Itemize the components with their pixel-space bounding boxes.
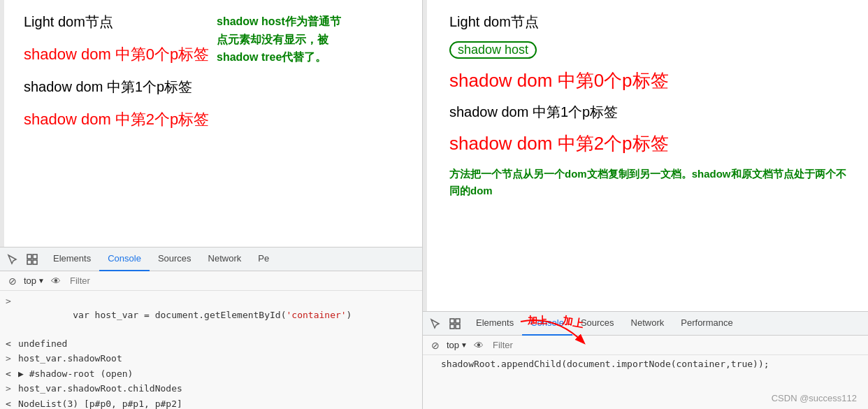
shadow-host-badge: shadow host — [449, 41, 851, 69]
prompt-5: > — [6, 382, 15, 396]
clear-console-btn[interactable]: ⊘ — [6, 274, 20, 288]
devtools-tabs-left: Elements Console Sources Network Pe — [0, 247, 422, 271]
left-line4: shadow dom 中第2个p标签 — [24, 109, 408, 130]
console-line-1: > var host_var = document.getElementById… — [0, 294, 422, 336]
top-selector-right[interactable]: top ▼ — [447, 340, 468, 350]
cursor-icon — [6, 252, 20, 266]
console-text-3: host_var.shadowRoot — [18, 352, 122, 366]
prompt-2: < — [6, 337, 15, 351]
dropdown-arrow-icon-right: ▼ — [461, 341, 468, 349]
tab-network-left[interactable]: Network — [200, 247, 250, 271]
left-line3: shadow dom 中第1个p标签 — [24, 78, 408, 96]
tab-sources-left[interactable]: Sources — [150, 247, 200, 271]
left-line2: shadow dom 中第0个p标签 — [24, 44, 408, 65]
svg-rect-6 — [450, 324, 454, 329]
tab-pe-left[interactable]: Pe — [249, 247, 277, 271]
clear-console-btn-right[interactable]: ⊘ — [428, 338, 442, 352]
tab-elements-left[interactable]: Elements — [45, 247, 99, 271]
console-text-5: host_var.shadowRoot.childNodes — [18, 382, 182, 396]
inspector-icon[interactable] — [25, 252, 39, 266]
filter-input-left[interactable] — [70, 275, 187, 286]
tab-performance-right[interactable]: Performance — [672, 312, 741, 336]
svg-rect-3 — [33, 260, 37, 264]
console-text-6: NodeList(3) [p#p0, p#p1, p#p2] — [18, 397, 182, 410]
right-vertical-bar — [423, 0, 427, 311]
svg-rect-5 — [456, 319, 460, 323]
svg-rect-0 — [27, 254, 31, 259]
left-line1: Light dom节点 — [24, 13, 408, 31]
right-annotation: 方法把一个节点从另一个dom文档复制到另一文档。shadow和原文档节点处于两个… — [449, 166, 851, 199]
console-line-6: < NodeList(3) [p#p0, p#p1, p#p2] — [0, 396, 422, 410]
right-content: Light dom节点 shadow host shadow dom 中第0个p… — [423, 0, 868, 311]
devtools-left: Elements Console Sources Network Pe ⊘ to… — [0, 247, 422, 409]
console-line-2: < undefined — [0, 336, 422, 352]
console-text-2: undefined — [18, 337, 67, 351]
prompt-3: > — [6, 352, 15, 366]
top-selector[interactable]: top ▼ — [24, 275, 45, 286]
prompt-1: > — [6, 294, 15, 308]
right-line4: shadow dom 中第2个p标签 — [449, 131, 851, 156]
inspector-icon-right[interactable] — [448, 317, 462, 331]
right-line2: shadow dom 中第0个p标签 — [449, 69, 851, 93]
right-panel: Light dom节点 shadow host shadow dom 中第0个p… — [423, 0, 868, 409]
console-line-5: > host_var.shadowRoot.childNodes — [0, 381, 422, 396]
prompt-4: < — [6, 367, 15, 381]
console-content-left: > var host_var = document.getElementById… — [0, 291, 422, 409]
console-text-4: ▶ #shadow-root (open) — [18, 367, 133, 381]
console-text-1: var host_var = document.getElementById('… — [18, 294, 352, 336]
tab-console-left[interactable]: Console — [99, 247, 150, 271]
left-annotation: shadow host作为普通节点元素却没有显示，被shadow tree代替了… — [217, 13, 346, 66]
eye-icon-right[interactable]: 👁 — [472, 338, 486, 352]
console-line-right-1: shadowRoot.appendChild(document.importNo… — [423, 357, 868, 372]
right-line1: Light dom节点 — [449, 13, 851, 31]
svg-rect-1 — [33, 254, 37, 259]
svg-rect-4 — [450, 319, 454, 323]
devtools-toolbar-right: ⊘ top ▼ 👁 加上 加上 — [423, 336, 868, 355]
right-line3: shadow dom 中第1个p标签 — [449, 103, 851, 122]
svg-rect-2 — [27, 260, 31, 264]
watermark: CSDN @success112 — [772, 393, 857, 403]
dropdown-arrow-icon: ▼ — [38, 277, 45, 285]
console-text-right-1: shadowRoot.appendChild(document.importNo… — [441, 357, 769, 371]
svg-rect-7 — [456, 324, 460, 329]
left-content: Light dom节点 shadow dom 中第0个p标签 shadow do… — [0, 0, 422, 247]
console-line-3: > host_var.shadowRoot — [0, 351, 422, 366]
prompt-6: < — [6, 397, 15, 410]
console-line-4: < ▶ #shadow-root (open) — [0, 366, 422, 382]
cursor-icon-right — [428, 317, 442, 331]
left-panel: Light dom节点 shadow dom 中第0个p标签 shadow do… — [0, 0, 423, 409]
devtools-tabs-right: Elements Console Sources Network Perform… — [423, 312, 868, 336]
red-arrow-svg — [514, 315, 598, 350]
jia-shang-label: 加上 — [528, 315, 547, 327]
left-vertical-bar — [0, 0, 4, 247]
tab-network-right[interactable]: Network — [623, 312, 673, 336]
devtools-toolbar-left: ⊘ top ▼ 👁 — [0, 271, 422, 291]
eye-icon[interactable]: 👁 — [49, 274, 63, 288]
